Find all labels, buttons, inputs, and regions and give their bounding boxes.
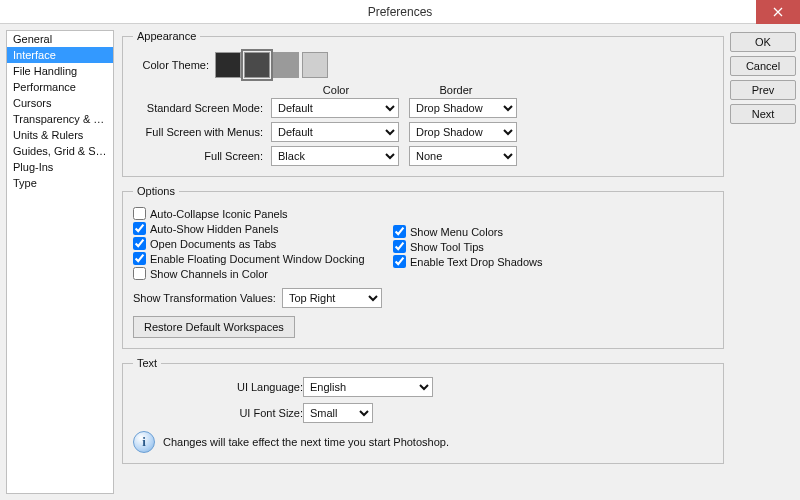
restore-workspaces-button[interactable]: Restore Default Workspaces (133, 316, 295, 338)
appearance-headers: Color Border (133, 84, 713, 96)
color-select[interactable]: Default (271, 98, 399, 118)
close-icon (773, 7, 783, 17)
mode-label: Full Screen with Menus: (133, 126, 263, 138)
text-group: Text UI Language: English UI Font Size: … (122, 357, 724, 464)
button-column: OK Cancel Prev Next (730, 30, 796, 494)
sidebar-item[interactable]: Cursors (7, 95, 113, 111)
transform-select[interactable]: Top Right (282, 288, 382, 308)
options-group: Options Auto-Collapse Iconic PanelsAuto-… (122, 185, 724, 349)
cancel-button[interactable]: Cancel (730, 56, 796, 76)
color-theme-row: Color Theme: (133, 52, 713, 78)
info-text: Changes will take effect the next time y… (163, 436, 449, 448)
appearance-group: Appearance Color Theme: Color Border Sta… (122, 30, 724, 177)
mode-label: Full Screen: (133, 150, 263, 162)
sidebar-item[interactable]: Transparency & Gamut (7, 111, 113, 127)
option-checkbox[interactable]: Show Channels in Color (133, 267, 383, 280)
color-select[interactable]: Default (271, 122, 399, 142)
panels: Appearance Color Theme: Color Border Sta… (122, 30, 724, 494)
appearance-legend: Appearance (133, 30, 200, 42)
transform-label: Show Transformation Values: (133, 292, 276, 304)
text-grid: UI Language: English UI Font Size: Small (133, 377, 713, 423)
color-swatch[interactable] (244, 52, 270, 78)
color-theme-swatches (215, 52, 328, 78)
sidebar-item[interactable]: File Handling (7, 63, 113, 79)
header-border: Border (401, 84, 511, 96)
border-select[interactable]: Drop Shadow (409, 122, 517, 142)
text-legend: Text (133, 357, 161, 369)
content: Appearance Color Theme: Color Border Sta… (114, 24, 800, 500)
options-grid: Auto-Collapse Iconic PanelsAuto-Show Hid… (133, 205, 713, 282)
ui-font-size-select[interactable]: Small (303, 403, 373, 423)
sidebar-item[interactable]: Type (7, 175, 113, 191)
option-checkbox[interactable]: Enable Floating Document Window Docking (133, 252, 383, 265)
sidebar-item[interactable]: Guides, Grid & Slices (7, 143, 113, 159)
sidebar: GeneralInterfaceFile HandlingPerformance… (6, 30, 114, 494)
option-checkbox[interactable]: Auto-Show Hidden Panels (133, 222, 383, 235)
transform-row: Show Transformation Values: Top Right (133, 288, 713, 308)
ui-language-label: UI Language: (133, 381, 303, 393)
option-checkbox[interactable]: Show Tool Tips (393, 240, 613, 253)
sidebar-item[interactable]: Plug-Ins (7, 159, 113, 175)
info-row: i Changes will take effect the next time… (133, 431, 713, 453)
option-checkbox[interactable]: Show Menu Colors (393, 225, 613, 238)
window-title: Preferences (368, 5, 433, 19)
color-swatch[interactable] (302, 52, 328, 78)
main: GeneralInterfaceFile HandlingPerformance… (0, 24, 800, 500)
option-checkbox[interactable]: Enable Text Drop Shadows (393, 255, 613, 268)
info-icon: i (133, 431, 155, 453)
mode-label: Standard Screen Mode: (133, 102, 263, 114)
color-theme-label: Color Theme: (133, 59, 209, 71)
next-button[interactable]: Next (730, 104, 796, 124)
sidebar-item[interactable]: Performance (7, 79, 113, 95)
close-button[interactable] (756, 0, 800, 24)
color-swatch[interactable] (215, 52, 241, 78)
color-swatch[interactable] (273, 52, 299, 78)
sidebar-item[interactable]: Units & Rulers (7, 127, 113, 143)
prev-button[interactable]: Prev (730, 80, 796, 100)
option-checkbox[interactable]: Open Documents as Tabs (133, 237, 383, 250)
ui-language-select[interactable]: English (303, 377, 433, 397)
titlebar: Preferences (0, 0, 800, 24)
ok-button[interactable]: OK (730, 32, 796, 52)
appearance-grid: Standard Screen Mode:DefaultDrop ShadowF… (133, 98, 713, 166)
option-checkbox[interactable]: Auto-Collapse Iconic Panels (133, 207, 383, 220)
border-select[interactable]: None (409, 146, 517, 166)
color-select[interactable]: Black (271, 146, 399, 166)
ui-font-size-label: UI Font Size: (133, 407, 303, 419)
header-color: Color (271, 84, 401, 96)
sidebar-item[interactable]: General (7, 31, 113, 47)
options-legend: Options (133, 185, 179, 197)
border-select[interactable]: Drop Shadow (409, 98, 517, 118)
sidebar-item[interactable]: Interface (7, 47, 113, 63)
